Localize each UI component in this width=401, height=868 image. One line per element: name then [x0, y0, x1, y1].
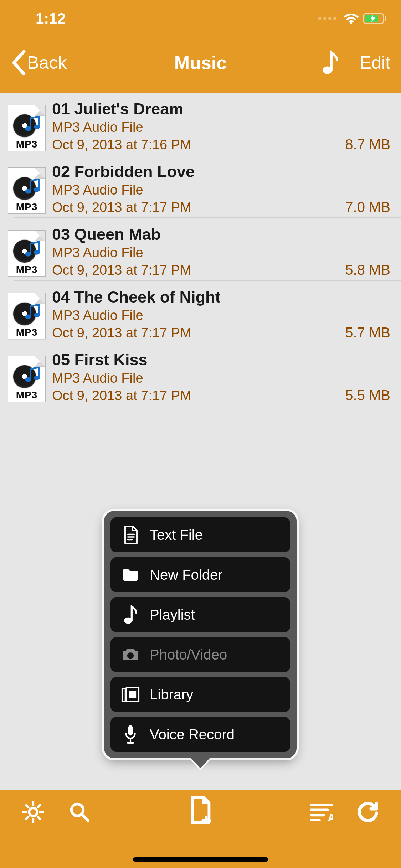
file-ext-label: MP3 — [8, 201, 45, 213]
edit-button[interactable]: Edit — [360, 52, 390, 73]
svg-point-13 — [34, 376, 40, 380]
file-date: Oct 9, 2013 at 7:16 PM — [52, 137, 191, 153]
file-date: Oct 9, 2013 at 7:17 PM — [52, 325, 191, 341]
svg-point-4 — [25, 126, 31, 131]
file-kind: MP3 Audio File — [52, 306, 390, 325]
file-ext-label: MP3 — [8, 327, 45, 338]
search-button[interactable] — [66, 800, 93, 826]
popover-item-label: Voice Record — [150, 727, 235, 743]
popover-item-new-folder[interactable]: New Folder — [110, 557, 290, 592]
music-note-icon — [121, 605, 140, 625]
file-title: 02 Forbidden Love — [52, 162, 390, 181]
mp3-file-icon: MP3 — [8, 356, 46, 402]
nav-bar: Back Music Edit — [0, 33, 401, 93]
mp3-file-icon: MP3 — [8, 167, 46, 214]
file-row[interactable]: MP3 02 Forbidden Love MP3 Audio File Oct… — [0, 155, 401, 218]
popover-item-library[interactable]: Library — [110, 677, 290, 712]
svg-text:A: A — [328, 812, 333, 821]
file-text: 03 Queen Mab MP3 Audio File Oct 9, 2013 … — [52, 224, 390, 278]
popover-item-label: Text File — [150, 527, 203, 543]
search-icon — [69, 801, 90, 824]
sort-button[interactable]: A — [308, 800, 335, 826]
file-list: MP3 01 Juliet's Dream MP3 Audio File Oct… — [0, 93, 401, 406]
file-text: 04 The Cheek of Night MP3 Audio File Oct… — [52, 286, 390, 341]
mp3-file-icon: MP3 — [8, 230, 46, 277]
file-date: Oct 9, 2013 at 7:17 PM — [52, 200, 191, 215]
file-text: 01 Juliet's Dream MP3 Audio File Oct 9, … — [52, 98, 390, 153]
wifi-icon — [343, 12, 359, 25]
file-ext-label: MP3 — [8, 389, 45, 401]
svg-point-15 — [127, 652, 134, 659]
cellular-dots-icon — [318, 17, 336, 20]
file-kind: MP3 Audio File — [52, 181, 390, 199]
popover-item-label: Library — [150, 687, 193, 703]
popover-item-photo-video: Photo/Video — [110, 637, 290, 672]
text-file-icon — [121, 526, 140, 544]
nav-right: Edit — [322, 50, 390, 75]
new-file-plus-icon — [189, 796, 212, 825]
home-indicator[interactable] — [133, 857, 268, 862]
file-size: 5.5 MB — [338, 387, 390, 403]
file-row[interactable]: MP3 03 Queen Mab MP3 Audio File Oct 9, 2… — [0, 218, 401, 281]
microphone-icon — [121, 725, 140, 744]
file-ext-label: MP3 — [8, 139, 45, 150]
popover-item-label: Photo/Video — [150, 647, 227, 663]
popover-item-voice-record[interactable]: Voice Record — [110, 717, 290, 752]
file-size: 7.0 MB — [338, 199, 390, 215]
refresh-icon — [357, 801, 379, 824]
popover-item-playlist[interactable]: Playlist — [110, 597, 290, 632]
music-notes-icon — [24, 367, 42, 384]
svg-point-7 — [34, 187, 40, 192]
refresh-button[interactable] — [355, 800, 381, 826]
svg-point-12 — [25, 377, 31, 382]
svg-point-6 — [25, 189, 31, 194]
file-title: 05 First Kiss — [52, 351, 390, 369]
back-label: Back — [27, 52, 67, 73]
file-row[interactable]: MP3 05 First Kiss MP3 Audio File Oct 9, … — [0, 343, 401, 406]
popover-item-text-file[interactable]: Text File — [110, 517, 290, 552]
file-kind: MP3 Audio File — [52, 244, 390, 262]
file-row[interactable]: MP3 01 Juliet's Dream MP3 Audio File Oct… — [0, 93, 401, 155]
file-title: 01 Juliet's Dream — [52, 100, 390, 118]
bottom-toolbar: A — [0, 790, 401, 868]
status-left: 1:12 — [14, 8, 66, 29]
music-notes-icon — [24, 241, 42, 259]
status-bar: 1:12 — [0, 0, 401, 33]
gear-icon — [22, 801, 45, 825]
music-notes-icon — [24, 116, 42, 134]
folder-icon — [121, 568, 140, 582]
popover-item-label: New Folder — [150, 567, 223, 583]
camera-icon — [121, 647, 140, 662]
svg-rect-19 — [128, 725, 133, 736]
status-time: 1:12 — [14, 10, 66, 27]
music-notes-icon — [24, 304, 42, 322]
svg-point-20 — [29, 808, 37, 816]
mp3-file-icon: MP3 — [8, 293, 46, 339]
settings-button[interactable] — [20, 800, 46, 826]
page-title: Music — [174, 52, 227, 73]
music-notes-icon — [24, 179, 42, 196]
mp3-file-icon: MP3 — [8, 105, 46, 151]
svg-point-10 — [25, 315, 31, 319]
svg-rect-2 — [385, 16, 386, 21]
back-button[interactable]: Back — [11, 50, 67, 75]
file-size: 5.8 MB — [338, 262, 390, 278]
now-playing-button[interactable] — [322, 50, 338, 75]
file-title: 04 The Cheek of Night — [52, 288, 390, 306]
file-kind: MP3 Audio File — [52, 369, 390, 387]
file-title: 03 Queen Mab — [52, 225, 390, 244]
file-text: 02 Forbidden Love MP3 Audio File Oct 9, … — [52, 161, 390, 215]
library-icon — [121, 687, 140, 702]
battery-charging-icon — [363, 13, 387, 24]
sort-lines-icon: A — [310, 803, 333, 823]
file-text: 05 First Kiss MP3 Audio File Oct 9, 2013… — [52, 349, 390, 403]
file-date: Oct 9, 2013 at 7:17 PM — [52, 263, 191, 278]
file-date: Oct 9, 2013 at 7:17 PM — [52, 388, 191, 403]
add-file-button[interactable] — [187, 797, 214, 824]
status-right — [318, 8, 387, 29]
svg-point-5 — [34, 125, 40, 129]
file-size: 8.7 MB — [338, 136, 390, 153]
file-ext-label: MP3 — [8, 264, 45, 275]
svg-rect-18 — [129, 691, 137, 698]
file-row[interactable]: MP3 04 The Cheek of Night MP3 Audio File… — [0, 281, 401, 343]
